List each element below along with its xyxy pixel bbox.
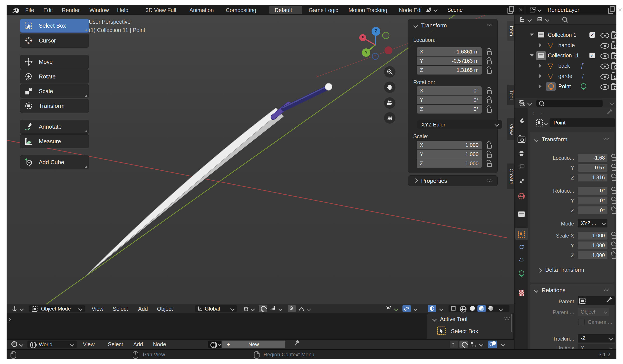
edit-datablock-icon[interactable]: [607, 111, 611, 115]
tab-data-properties[interactable]: [516, 268, 527, 278]
menu-file[interactable]: File: [25, 7, 34, 13]
parent-type-dropdown[interactable]: Object: [578, 308, 609, 316]
eye-icon[interactable]: [601, 53, 609, 59]
workspace-tab-default[interactable]: Default: [269, 6, 302, 14]
rotation-x-field[interactable]: X0°: [417, 86, 482, 95]
lock-icon[interactable]: [610, 154, 616, 161]
new-world-button[interactable]: + New: [222, 341, 285, 348]
lock-icon[interactable]: [486, 160, 492, 167]
lock-icon[interactable]: [486, 97, 492, 104]
lock-icon[interactable]: [486, 48, 492, 55]
filter-icon[interactable]: [537, 17, 543, 22]
node-snap-dropdown-icon[interactable]: [479, 342, 483, 347]
eyedropper-icon[interactable]: [606, 299, 610, 302]
editor-type-icon[interactable]: [11, 306, 18, 312]
tab-scene-properties[interactable]: [516, 176, 527, 186]
renderlayer-copy-icon[interactable]: [608, 8, 613, 14]
editor-type-dropdown-icon[interactable]: [20, 307, 24, 311]
outliner-row-garde[interactable]: garde ƒ: [514, 71, 616, 82]
tool-rotate[interactable]: Rotate: [20, 69, 89, 84]
snap-dropdown-icon[interactable]: [278, 307, 283, 311]
pivot-point-icon[interactable]: [243, 306, 249, 312]
lock-icon[interactable]: [486, 58, 492, 65]
lock-icon[interactable]: [486, 106, 492, 113]
panel-collapse-icon[interactable]: [413, 23, 418, 28]
breadcrumb-object-field[interactable]: Point: [550, 118, 615, 127]
rot-z-field[interactable]: 0°: [578, 206, 607, 214]
shader-editor[interactable]: Active Tool Select Box: [7, 313, 514, 339]
sidebar-expand-icon[interactable]: [7, 317, 11, 322]
panel-menu-icon[interactable]: [603, 138, 604, 139]
xray-dropdown-icon[interactable]: [439, 307, 444, 311]
header-more-icon[interactable]: [610, 101, 614, 106]
expand-icon[interactable]: [539, 84, 541, 88]
outliner-row-point[interactable]: Point: [514, 82, 616, 92]
show-gizmo-icon[interactable]: [385, 305, 392, 312]
node-snap-target-icon[interactable]: [470, 342, 477, 347]
lock-icon[interactable]: [610, 164, 616, 171]
viewport-menu-add[interactable]: Add: [138, 306, 148, 312]
menu-edit[interactable]: Edit: [44, 7, 53, 13]
pivot-dropdown-icon[interactable]: [250, 307, 255, 311]
tool-cursor[interactable]: Cursor: [20, 34, 89, 47]
camera-view-button[interactable]: [384, 97, 396, 109]
display-mode-dropdown-icon[interactable]: [527, 18, 532, 22]
rotation-y-field[interactable]: Y0°: [417, 96, 482, 104]
tab-physics-properties[interactable]: [516, 242, 527, 252]
nav-back-icon[interactable]: ‹: [533, 110, 534, 117]
workspace-tab-compositing[interactable]: Compositing: [226, 7, 256, 13]
eye-icon[interactable]: [601, 84, 609, 90]
menu-window[interactable]: Window: [89, 7, 109, 13]
loc-x-field[interactable]: -1.68: [578, 154, 607, 162]
tool-measure[interactable]: Measure: [20, 134, 89, 148]
rotation-z-field[interactable]: Z0°: [417, 105, 482, 113]
show-overlays-toggle[interactable]: [402, 305, 411, 312]
renderlayer-icon[interactable]: [529, 7, 537, 13]
panel-collapse-icon[interactable]: [534, 288, 538, 293]
tab-constraints-properties[interactable]: [516, 255, 527, 265]
tool-annotate[interactable]: Annotate: [20, 120, 89, 134]
solid-shading-icon[interactable]: [470, 306, 475, 311]
properties-editor-type-icon[interactable]: [518, 100, 526, 107]
collection-checkbox[interactable]: [589, 53, 595, 58]
viewport-menu-select[interactable]: Select: [113, 306, 128, 312]
node-menu-select[interactable]: Select: [108, 341, 123, 347]
renderlayer-name[interactable]: RenderLayer: [548, 7, 579, 13]
snap-target-icon[interactable]: [270, 306, 276, 312]
material-shading-active[interactable]: [477, 305, 486, 312]
npanel-tab-item[interactable]: Item: [507, 21, 514, 41]
lock-icon[interactable]: [610, 232, 616, 239]
rotation-mode-dropdown[interactable]: XYZ Euler: [417, 120, 502, 129]
filter-dropdown-icon[interactable]: [545, 18, 549, 22]
location-x-field[interactable]: X-1.6861 m: [417, 47, 482, 56]
tab-texture-properties[interactable]: [516, 288, 527, 298]
breadcrumb-dropdown-icon[interactable]: [544, 121, 548, 125]
scrollbar[interactable]: [511, 314, 512, 332]
workspace-tab-3d-view-full[interactable]: 3D View Full: [146, 7, 176, 13]
loc-y-field[interactable]: -0.57: [578, 164, 607, 171]
panel-expand-icon[interactable]: [413, 178, 418, 183]
node-menu-add[interactable]: Add: [133, 341, 143, 347]
viewport-menu-view[interactable]: View: [92, 306, 104, 312]
scene-close-icon[interactable]: ✕: [518, 7, 523, 13]
node-menu-node[interactable]: Node: [153, 341, 166, 347]
camera-parent-checkbox[interactable]: [578, 319, 585, 325]
location-y-field[interactable]: Y-0.57163 m: [417, 57, 482, 65]
expand-icon[interactable]: [539, 64, 541, 68]
gizmo-x-axis[interactable]: X: [361, 35, 365, 40]
tab-collection-properties[interactable]: [516, 209, 527, 219]
gizmo-dropdown-icon[interactable]: [394, 307, 398, 311]
location-z-field[interactable]: Z1.3165 m: [417, 66, 482, 75]
parent-tree-button[interactable]: [450, 341, 458, 348]
rotation-mode-dropdown[interactable]: XYZ ...: [578, 219, 607, 228]
menu-render[interactable]: Render: [62, 7, 80, 13]
xray-toggle[interactable]: [428, 305, 436, 312]
panel-collapse-icon[interactable]: [432, 317, 437, 321]
panel-collapse-icon[interactable]: [534, 138, 538, 142]
world-id-icon-box[interactable]: [208, 341, 222, 348]
scale-z-field[interactable]: 1.000: [578, 251, 607, 259]
npanel-tab-create[interactable]: Create: [507, 164, 514, 189]
rendered-shading-icon[interactable]: [489, 306, 493, 311]
solid-wire-shading-icon[interactable]: [460, 306, 467, 313]
proportional-edit-toggle[interactable]: [288, 305, 296, 312]
